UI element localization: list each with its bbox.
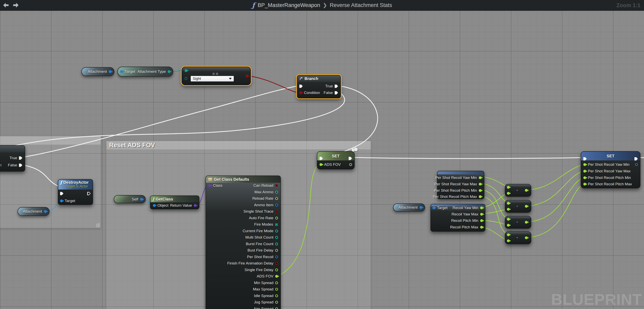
subtract-input-b[interactable] bbox=[507, 239, 510, 242]
per-shot-recoil-yaw-min-input[interactable] bbox=[583, 163, 586, 166]
get-class-header[interactable]: ƒ GetClass bbox=[150, 196, 199, 202]
node-get-attachment-variable[interactable]: Attachment bbox=[82, 67, 114, 76]
subtract-output[interactable] bbox=[525, 189, 528, 192]
single-fire-delay-pin[interactable] bbox=[275, 269, 278, 271]
enum-input-pin-b[interactable] bbox=[184, 77, 188, 80]
object-input-pin[interactable] bbox=[153, 204, 156, 207]
comment-bubble-icon[interactable] bbox=[352, 148, 358, 152]
per-shot-recoil-pitch-max-pin[interactable] bbox=[479, 195, 482, 198]
exec-input-pin[interactable] bbox=[60, 192, 64, 195]
node-equal-enum[interactable]: == Sight bbox=[182, 67, 251, 85]
wire-exec-branchleft-true-to-branch[interactable] bbox=[21, 86, 298, 158]
node-get-attachment-variable-left[interactable]: Attachment bbox=[18, 207, 50, 216]
wire-exec-branchleft-false-to-destroyactor[interactable] bbox=[21, 165, 60, 187]
auto-fire-rate-pin[interactable] bbox=[275, 217, 278, 219]
enum-input-pin-a[interactable] bbox=[184, 69, 188, 72]
node-get-recoil-stats[interactable]: Target Recoil Yaw Min Recoil Yaw Max Rec… bbox=[430, 204, 485, 232]
exec-false-pin[interactable] bbox=[335, 91, 338, 95]
set-header[interactable]: SET bbox=[581, 152, 640, 160]
ammo-item-pin[interactable] bbox=[275, 204, 278, 207]
target-input-pin[interactable] bbox=[432, 207, 435, 209]
exec-input-pin[interactable] bbox=[320, 157, 323, 160]
enum-dropdown[interactable]: Sight bbox=[190, 76, 234, 82]
wire-exec-set-adsfov-to-set-recoil[interactable] bbox=[350, 157, 584, 159]
ads-fov-output-pin[interactable] bbox=[349, 163, 352, 166]
subtract-input-a[interactable] bbox=[507, 233, 510, 236]
subtract-input-b[interactable] bbox=[507, 192, 510, 195]
condition-input-pin[interactable] bbox=[299, 91, 302, 94]
exec-false-pin[interactable] bbox=[19, 164, 22, 167]
current-fire-mode-pin[interactable] bbox=[275, 230, 278, 232]
node-subtract-2[interactable]: - bbox=[505, 200, 531, 213]
exec-input-pin[interactable] bbox=[299, 85, 303, 88]
recoil-pitch-max-pin[interactable] bbox=[480, 226, 483, 229]
fire-modes-array-pin[interactable]: ▦ bbox=[275, 223, 278, 226]
subtract-output[interactable] bbox=[525, 221, 528, 224]
node-subtract-1[interactable]: - bbox=[505, 184, 531, 197]
target-input-pin[interactable] bbox=[120, 70, 123, 73]
per-shot-recoil-yaw-max-input[interactable] bbox=[583, 170, 586, 173]
per-shot-recoil-pitch-min-input[interactable] bbox=[583, 176, 586, 179]
subtract-input-a[interactable] bbox=[507, 218, 510, 221]
subtract-output[interactable] bbox=[525, 205, 528, 208]
finish-fire-animation-delay-pin[interactable] bbox=[275, 262, 278, 265]
node-branch-left[interactable]: True Condition False bbox=[0, 145, 25, 172]
wire-exec-branch-false-out[interactable] bbox=[0, 92, 345, 153]
break-node-header[interactable] bbox=[438, 171, 484, 174]
node-set-ads-fov[interactable]: SET ADS FOV bbox=[317, 151, 355, 169]
recoil-yaw-max-pin[interactable] bbox=[480, 213, 483, 216]
navigate-back-icon[interactable] bbox=[3, 3, 8, 7]
max-ammo-pin[interactable] bbox=[275, 191, 278, 194]
breadcrumb-blueprint-name[interactable]: BP_MasterRangeWeapon bbox=[258, 2, 320, 8]
node-subtract-3[interactable]: - bbox=[505, 216, 531, 229]
subtract-input-a[interactable] bbox=[507, 186, 510, 189]
per-shot-recoil-pitch-max-input[interactable] bbox=[583, 183, 586, 186]
max-spread-pin[interactable] bbox=[275, 288, 278, 291]
recoil-pitch-min-pin[interactable] bbox=[480, 219, 483, 222]
return-value-pin[interactable] bbox=[194, 204, 196, 207]
per-shot-recoil-pitch-min-pin[interactable] bbox=[479, 189, 482, 192]
subtract-output[interactable] bbox=[525, 236, 528, 239]
node-destroy-actor[interactable]: ƒ DestroyActor Target is Actor Target bbox=[58, 179, 93, 205]
subtract-input-b[interactable] bbox=[507, 224, 510, 227]
exec-output-pin[interactable] bbox=[349, 157, 352, 160]
node-set-per-shot-recoil[interactable]: SET Per Shot Recoil Yaw Min Per Shot Rec… bbox=[581, 151, 640, 188]
can-reload-pin[interactable] bbox=[275, 184, 278, 187]
branch-header[interactable] bbox=[0, 146, 25, 152]
exec-output-pin[interactable] bbox=[87, 192, 90, 195]
node-get-class-defaults[interactable]: Get Class Defaults Class Can Reload Max … bbox=[206, 176, 281, 309]
wire-float-sub3-to-set[interactable] bbox=[528, 178, 584, 222]
node-branch[interactable]: Branch True Condition False bbox=[297, 75, 341, 98]
recoil-yaw-min-pin[interactable] bbox=[480, 207, 483, 209]
node-get-attachment-type[interactable]: Target Attachment Type bbox=[117, 67, 173, 77]
bust-fire-delay-pin[interactable] bbox=[275, 249, 278, 252]
wire-float-sub1-to-set[interactable] bbox=[528, 164, 584, 190]
exec-true-pin[interactable] bbox=[19, 156, 22, 160]
exec-true-pin[interactable] bbox=[335, 85, 338, 88]
per-shot-recoil-pin[interactable] bbox=[275, 256, 278, 258]
target-input-pin[interactable] bbox=[60, 200, 63, 202]
ads-fov-pin[interactable] bbox=[275, 275, 278, 278]
node-break-per-shot-recoil[interactable]: Per Shot Recoil Yaw Min Per Shot Recoil … bbox=[437, 171, 484, 199]
exec-output-pin[interactable] bbox=[634, 157, 638, 161]
exec-input-pin[interactable] bbox=[583, 157, 587, 161]
per-shot-recoil-yaw-max-pin[interactable] bbox=[479, 183, 482, 186]
navigate-forward-icon[interactable] bbox=[13, 3, 18, 7]
branch-header[interactable]: Branch bbox=[297, 75, 340, 82]
destroy-actor-header[interactable]: ƒ DestroyActor Target is Actor bbox=[58, 180, 92, 190]
node-get-self[interactable]: Self bbox=[114, 195, 146, 203]
class-input-pin[interactable] bbox=[208, 184, 211, 187]
node-get-attachment-variable-right[interactable]: Attachment bbox=[393, 204, 425, 211]
ads-fov-input-pin[interactable] bbox=[320, 163, 322, 166]
node-subtract-4[interactable]: - bbox=[505, 231, 531, 244]
breadcrumb-graph-name[interactable]: Reverse Attachment Stats bbox=[330, 2, 392, 8]
per-shot-recoil-yaw-min-pin[interactable] bbox=[479, 176, 482, 179]
aim-spread-pin[interactable] bbox=[275, 308, 278, 309]
struct-output-pin[interactable] bbox=[635, 163, 638, 166]
self-output-pin[interactable] bbox=[140, 198, 143, 201]
object-output-pin[interactable] bbox=[44, 210, 47, 213]
node-get-class[interactable]: ƒ GetClass Object Return Value bbox=[150, 196, 199, 209]
burst-fire-count-pin[interactable] bbox=[275, 243, 278, 245]
reload-rate-pin[interactable] bbox=[275, 197, 278, 200]
blueprint-graph-canvas[interactable]: Reset ADS FOV BLUEPRINT Atta bbox=[0, 0, 644, 309]
